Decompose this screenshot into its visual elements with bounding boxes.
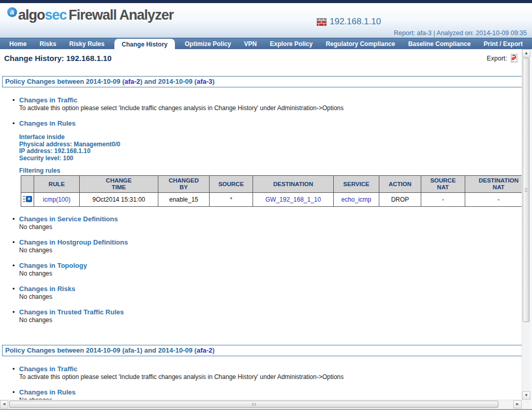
changes-in-trusted-traffic-rules-link[interactable]: Changes in Trusted Traffic Rules	[19, 308, 532, 316]
no-changes-note: No changes	[19, 223, 532, 231]
algosec-logo-icon: a	[7, 7, 17, 17]
security-level: Security level: 100	[19, 155, 532, 162]
changes-in-rules-link[interactable]: Changes in Rules	[19, 119, 532, 127]
destination-link[interactable]: GW_192_168_1_10	[265, 196, 321, 203]
changed-by-cell: enable_15	[158, 193, 210, 207]
traffic-note: To activate this option please select 'I…	[19, 373, 532, 381]
firewall-icon	[317, 18, 327, 26]
col-changed-by: CHANGED BY	[158, 176, 210, 193]
col-source: SOURCE	[210, 176, 253, 193]
tab-change-history[interactable]: Change History	[114, 39, 175, 51]
source-link[interactable]: *	[230, 196, 232, 203]
changes-in-traffic-link[interactable]: Changes in Traffic	[19, 96, 532, 104]
changes-in-hostgroup-definitions-link[interactable]: Changes in Hostgroup Definitions	[19, 238, 532, 246]
no-changes-note: No changes	[19, 247, 532, 254]
scroll-right-button[interactable]: ►	[513, 400, 522, 408]
list-item-risks: Changes in Risks No changes	[19, 285, 532, 301]
action-cell: DROP	[379, 193, 421, 207]
list-item-hostgroup-definitions: Changes in Hostgroup Definitions No chan…	[19, 238, 532, 254]
no-changes-note: No changes	[19, 293, 532, 301]
filtering-rules-label: Filtering rules	[19, 167, 532, 174]
scroll-down-button[interactable]: ▼	[522, 391, 530, 400]
no-changes-note: No changes	[19, 316, 532, 324]
expand-rule-icon[interactable]: +	[23, 196, 32, 202]
change-time-cell: 9Oct2014 15:31:00	[80, 193, 158, 207]
section-header-afa2-afa3: Policy Changes between 2014-10-09 (afa-2…	[2, 76, 530, 87]
ip-address: IP address: 192.168.1.10	[19, 148, 532, 155]
section-header-text: ) and 2014-10-09 (	[140, 346, 197, 354]
list-item-changes-in-rules: Changes in Rules	[19, 119, 532, 127]
scroll-left-button[interactable]: ◄	[0, 400, 8, 408]
filtering-rules-table-wrap: RULE CHANGE TIME CHANGED BY SOURCE DESTI…	[21, 175, 522, 207]
col-service: SERVICE	[334, 176, 379, 193]
rule-link[interactable]: icmp(100)	[43, 196, 70, 203]
list-item-changes-in-rules-2: Changes in Rules No changes	[19, 388, 532, 400]
section-header-text: Policy Changes between 2014-10-09 (	[5, 346, 124, 354]
export-control: Export:	[486, 54, 519, 63]
scroll-up-button[interactable]: ▲	[522, 49, 530, 57]
main-nav: Home Risks Risky Rules Change History Op…	[0, 38, 532, 49]
changes-in-rules-link[interactable]: Changes in Rules	[19, 388, 532, 396]
logo-product: Firewall Analyzer	[69, 7, 174, 23]
tab-print-export[interactable]: Print / Export	[481, 39, 526, 49]
list-item-changes-in-traffic-2: Changes in Traffic To activate this opti…	[19, 365, 532, 381]
tab-regulatory-compliance[interactable]: Regulatory Compliance	[322, 39, 398, 49]
col-destination: DESTINATION	[253, 176, 334, 193]
logo-algo: algo	[18, 7, 45, 23]
col-rule: RULE	[34, 176, 80, 193]
device-indicator: 192.168.1.10	[317, 17, 381, 27]
section-header-text: Policy Changes between 2014-10-09 (	[5, 78, 124, 85]
vertical-scrollbar-thumb[interactable]	[523, 58, 529, 322]
changes-in-topology-link[interactable]: Changes in Topology	[19, 262, 532, 269]
changes-in-traffic-link[interactable]: Changes in Traffic	[19, 365, 532, 373]
section-header-afa1-afa2: Policy Changes between 2014-10-09 (afa-1…	[2, 345, 530, 356]
tab-risks[interactable]: Risks	[37, 39, 60, 49]
filtering-rules-table: RULE CHANGE TIME CHANGED BY SOURCE DESTI…	[21, 175, 522, 207]
col-destination-nat: DESTINATION NAT	[465, 176, 522, 193]
horizontal-scrollbar-thumb[interactable]	[9, 401, 498, 408]
revision-link-afa-1[interactable]: afa-1	[124, 346, 140, 354]
algosec-logo: a algosecFirewall Analyzer	[7, 7, 173, 23]
traffic-note: To activate this option please select 'I…	[19, 104, 532, 112]
tab-explore-policy[interactable]: Explore Policy	[267, 39, 316, 49]
pdf-icon[interactable]	[510, 54, 519, 63]
col-expand	[21, 176, 34, 193]
section-header-text: )	[212, 346, 214, 354]
list-item-topology: Changes in Topology No changes	[19, 262, 532, 278]
section-header-text: )	[212, 78, 214, 85]
vertical-scrollbar[interactable]: ▲ ▼	[522, 49, 530, 400]
list-item-trusted-traffic-rules: Changes in Trusted Traffic Rules No chan…	[19, 308, 532, 324]
col-action: ACTION	[379, 176, 421, 193]
source-nat-cell: -	[421, 193, 465, 207]
list-item-changes-in-traffic: Changes in Traffic To activate this opti…	[19, 96, 532, 112]
tab-vpn[interactable]: VPN	[241, 39, 260, 49]
masthead: a algosecFirewall Analyzer 192.168.1.10 …	[0, 3, 532, 38]
table-header-row: RULE CHANGE TIME CHANGED BY SOURCE DESTI…	[21, 176, 522, 193]
no-changes-note: No changes	[19, 270, 532, 278]
tab-risky-rules[interactable]: Risky Rules	[66, 39, 108, 49]
col-change-time: CHANGE TIME	[80, 176, 158, 193]
interface-details: Interface inside Physical address: Manag…	[19, 134, 532, 162]
changes-in-service-definitions-link[interactable]: Changes in Service Definitions	[19, 215, 532, 223]
list-item-service-definitions: Changes in Service Definitions No change…	[19, 215, 532, 231]
report-info: Report: afa-3 | Analyzed on: 2014-10-09 …	[394, 29, 527, 37]
revision-link-afa-3[interactable]: afa-3	[197, 78, 212, 85]
tab-baseline-compliance[interactable]: Baseline Compliance	[405, 39, 474, 49]
content-area: Change History: 192.168.1.10 Export: Pol…	[0, 49, 532, 400]
destination-nat-cell: -	[465, 193, 522, 207]
tab-optimize-policy[interactable]: Optimize Policy	[182, 39, 234, 49]
horizontal-scrollbar[interactable]: ◄ ►	[0, 400, 522, 408]
service-link[interactable]: echo_icmp	[341, 196, 371, 203]
col-source-nat: SOURCE NAT	[421, 176, 465, 193]
page-title: Change History: 192.168.1.10	[4, 54, 112, 63]
physical-address: Physical address: Management0/0	[19, 141, 532, 148]
revision-link-afa-2[interactable]: afa-2	[197, 346, 212, 354]
revision-link-afa-2[interactable]: afa-2	[124, 78, 140, 85]
interface-name: Interface inside	[19, 134, 532, 141]
tab-home[interactable]: Home	[6, 39, 29, 49]
device-ip: 192.168.1.10	[330, 17, 381, 27]
changes-in-risks-link[interactable]: Changes in Risks	[19, 285, 532, 293]
section-header-text: ) and 2014-10-09 (	[140, 78, 197, 85]
table-row: + icmp(100) 9Oct2014 15:31:00 enable_15 …	[21, 193, 522, 207]
export-label: Export:	[486, 55, 507, 62]
